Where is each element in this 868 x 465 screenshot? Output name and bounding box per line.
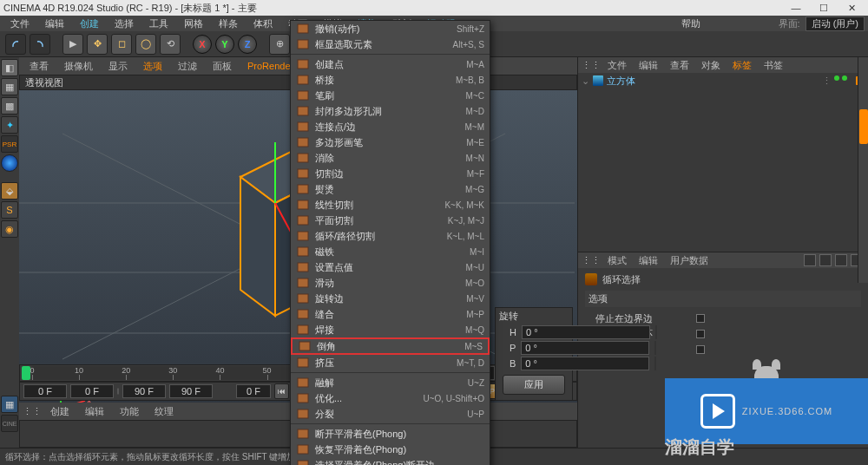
move-tool[interactable]: ✥ bbox=[87, 34, 108, 55]
snap-toggle[interactable]: ⬙ bbox=[1, 182, 18, 200]
menu-item-del[interactable]: 消除M~N bbox=[291, 150, 490, 166]
vtab-view[interactable]: 查看 bbox=[23, 58, 56, 75]
om-tab-edit[interactable]: 编辑 bbox=[634, 57, 663, 74]
menu-item-lcut[interactable]: 线性切割K~K, M~K bbox=[291, 197, 490, 213]
b-field[interactable] bbox=[521, 357, 649, 370]
om-tab-file[interactable]: 文件 bbox=[602, 57, 632, 74]
menu-tools[interactable]: 工具 bbox=[142, 16, 175, 32]
project-end-field[interactable] bbox=[169, 384, 213, 398]
range-start-field[interactable] bbox=[23, 384, 67, 398]
h-field[interactable] bbox=[522, 325, 650, 339]
undo-button[interactable] bbox=[5, 34, 26, 55]
menu-select[interactable]: 选择 bbox=[108, 16, 141, 32]
axis-mode[interactable]: ✦ bbox=[1, 116, 18, 134]
lastused-tool[interactable]: ⟲ bbox=[160, 34, 181, 55]
am-tab-userdata[interactable]: 用户数据 bbox=[665, 252, 713, 269]
menu-item-iron[interactable]: 熨烫M~G bbox=[291, 181, 490, 197]
coord-system[interactable]: ⊕ bbox=[269, 34, 290, 55]
om-tab-object[interactable]: 对象 bbox=[696, 57, 726, 74]
object-row-cube[interactable]: ⌄ 立方体 ⋮ bbox=[578, 73, 868, 88]
texture-mode[interactable]: ▩ bbox=[1, 97, 18, 115]
menu-item-loop[interactable]: 循环/路径切割K~L, M~L bbox=[291, 228, 490, 244]
am-nav-back-icon[interactable] bbox=[804, 254, 816, 266]
menu-item-ph2[interactable]: 恢复平滑着色(Phong) bbox=[291, 442, 490, 457]
b-stepper[interactable] bbox=[654, 357, 656, 370]
vtab-cam[interactable]: 摄像机 bbox=[57, 58, 100, 75]
editable-toggle[interactable]: ◧ bbox=[1, 59, 18, 76]
vtab-options[interactable]: 选项 bbox=[136, 58, 169, 75]
am-tab-mode[interactable]: 模式 bbox=[602, 252, 632, 269]
menu-mesh[interactable]: 网格 bbox=[177, 16, 210, 32]
close-button[interactable]: ✕ bbox=[838, 1, 865, 15]
mm-tab-create[interactable]: 创建 bbox=[43, 403, 76, 420]
visibility-render-icon[interactable] bbox=[842, 75, 847, 81]
mm-tab-fn[interactable]: 功能 bbox=[113, 403, 146, 420]
vtab-panel[interactable]: 面板 bbox=[206, 58, 239, 75]
attr-greedy-checkbox[interactable] bbox=[696, 345, 705, 354]
current-frame-field[interactable] bbox=[70, 384, 114, 398]
menu-item-brush[interactable]: 笔刷M~C bbox=[291, 88, 490, 103]
snap-settings[interactable]: S bbox=[1, 201, 18, 219]
workplane[interactable]: ◉ bbox=[1, 220, 18, 238]
right-edge-handle[interactable] bbox=[859, 109, 868, 144]
menu-create[interactable]: 创建 bbox=[73, 16, 106, 32]
vtab-display[interactable]: 显示 bbox=[102, 58, 135, 75]
goto-frame-field[interactable] bbox=[236, 384, 271, 398]
menu-spline[interactable]: 样条 bbox=[212, 16, 245, 32]
menu-item-pcut[interactable]: 平面切割K~J, M~J bbox=[291, 213, 490, 228]
menu-item-cut[interactable]: 切割边M~F bbox=[291, 166, 490, 181]
attr-ring-checkbox[interactable] bbox=[696, 330, 705, 338]
rotate-tool[interactable]: ◯ bbox=[135, 34, 156, 55]
menu-item-ext[interactable]: 挤压M~T, D bbox=[291, 355, 490, 370]
menu-item-ph1[interactable]: 断开平滑着色(Phong) bbox=[291, 426, 490, 442]
menu-help[interactable]: 帮助 bbox=[674, 16, 707, 32]
am-nav-fwd-icon[interactable] bbox=[819, 254, 832, 266]
menu-item-stitch[interactable]: 缝合M~P bbox=[291, 306, 490, 322]
attr-stop-checkbox[interactable] bbox=[696, 314, 705, 323]
range-end-field[interactable] bbox=[122, 384, 166, 398]
visibility-editor-icon[interactable] bbox=[834, 75, 839, 81]
layout-selector[interactable]: 启动 (用户) bbox=[806, 16, 865, 31]
menu-item-setv[interactable]: 设置点值M~U bbox=[291, 259, 490, 275]
menu-item-rot[interactable]: 旋转边M~V bbox=[291, 291, 490, 306]
menu-item-bevel[interactable]: 倒角M~S bbox=[291, 337, 490, 355]
scale-tool[interactable]: ◻ bbox=[111, 34, 132, 55]
om-tab-bookmarks[interactable]: 书签 bbox=[759, 57, 788, 74]
menu-item-bridge[interactable]: 桥接M~B, B bbox=[291, 72, 490, 88]
axis-z-toggle[interactable]: Z bbox=[238, 35, 257, 54]
menu-file[interactable]: 文件 bbox=[3, 16, 36, 32]
redo-button[interactable] bbox=[30, 34, 50, 55]
menu-item-dis[interactable]: 融解U~Z bbox=[291, 375, 490, 390]
mm-tab-edit[interactable]: 编辑 bbox=[78, 403, 111, 420]
transport-slider[interactable] bbox=[117, 388, 119, 395]
menu-volume[interactable]: 体积 bbox=[247, 16, 279, 32]
apply-button[interactable]: 应用 bbox=[503, 375, 565, 395]
minimize-button[interactable]: — bbox=[783, 1, 809, 15]
viewport-solo[interactable] bbox=[1, 154, 18, 172]
psr-button[interactable]: PSR bbox=[1, 135, 18, 153]
am-nav-up-icon[interactable] bbox=[835, 254, 847, 266]
am-tab-edit[interactable]: 编辑 bbox=[634, 252, 663, 269]
menu-item-slide[interactable]: 滑动M~O bbox=[291, 275, 490, 291]
menu-item-split[interactable]: 分裂U~P bbox=[291, 406, 490, 422]
menu-item-undo[interactable]: 撤销(动作)Shift+Z bbox=[291, 21, 490, 36]
material-grid-icon[interactable]: ▦ bbox=[1, 396, 18, 413]
maximize-button[interactable]: ☐ bbox=[811, 1, 837, 15]
axis-x-toggle[interactable]: X bbox=[193, 35, 212, 54]
menu-item-pt[interactable]: 创建点M~A bbox=[291, 56, 490, 72]
om-tab-tags[interactable]: 标签 bbox=[727, 57, 757, 74]
menu-item-poly[interactable]: 多边形画笔M~E bbox=[291, 134, 490, 150]
vtab-filter[interactable]: 过滤 bbox=[171, 58, 204, 75]
h-stepper[interactable] bbox=[655, 325, 657, 339]
goto-start-button[interactable]: ⏮ bbox=[274, 383, 289, 399]
mm-tab-tex[interactable]: 纹理 bbox=[148, 403, 181, 420]
om-tab-view[interactable]: 查看 bbox=[665, 57, 694, 74]
menu-item-close[interactable]: 封闭多边形孔洞M~D bbox=[291, 103, 490, 119]
select-tool[interactable]: ▶ bbox=[62, 34, 83, 55]
menu-item-frame[interactable]: 框显选取元素Alt+S, S bbox=[291, 36, 490, 52]
model-mode[interactable]: ▦ bbox=[1, 78, 18, 95]
menu-item-conn[interactable]: 连接点/边M~M bbox=[291, 119, 490, 134]
menu-item-weld[interactable]: 焊接M~Q bbox=[291, 322, 490, 337]
menu-item-opt[interactable]: 优化...U~O, U-Shift+O bbox=[291, 390, 490, 406]
menu-edit[interactable]: 编辑 bbox=[38, 16, 71, 32]
